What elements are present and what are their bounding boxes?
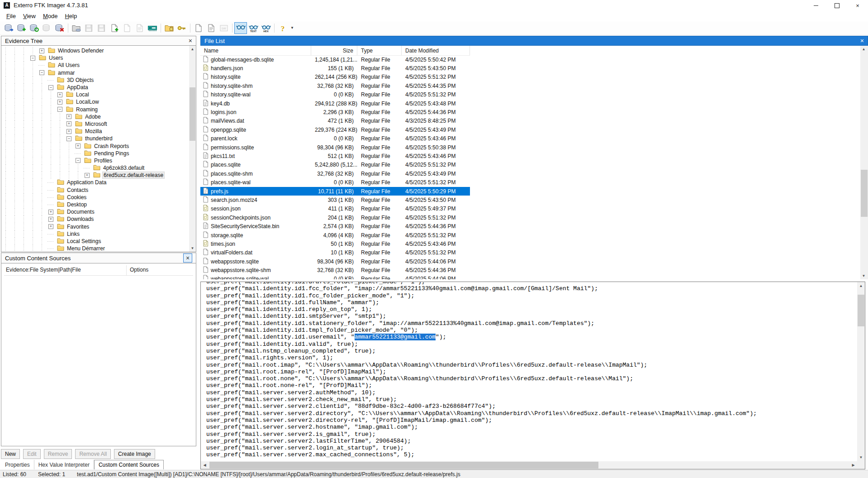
tree-item[interactable]: Desktop bbox=[1, 201, 189, 208]
tree-expander-plus-icon[interactable]: + bbox=[57, 100, 62, 105]
detect-efs-encryption-icon[interactable] bbox=[175, 22, 188, 34]
tree-item[interactable]: +Mozilla bbox=[1, 128, 189, 135]
remove-evidence-item-icon[interactable] bbox=[53, 22, 66, 34]
scrollbar-thumb[interactable] bbox=[190, 87, 195, 141]
column-header-name[interactable]: Name bbox=[200, 46, 311, 55]
file-list-row[interactable]: webappsstore.sqlite-shm32,768 (32 KB)Reg… bbox=[200, 266, 470, 274]
tree-expander-plus-icon[interactable]: + bbox=[76, 143, 81, 148]
ccs-close-button[interactable]: × bbox=[183, 253, 192, 263]
tree-item[interactable]: +Windows Defender bbox=[1, 47, 189, 54]
tree-item[interactable]: 3D Objects bbox=[1, 76, 189, 84]
add-to-custom-content-image-icon[interactable] bbox=[108, 22, 121, 34]
scroll-up-icon[interactable]: ▲ bbox=[857, 282, 865, 290]
unmount-image-icon[interactable] bbox=[41, 22, 53, 34]
image-mounting-icon[interactable] bbox=[28, 22, 41, 34]
tree-expander-minus-icon[interactable]: − bbox=[66, 136, 71, 141]
help-icon[interactable]: ? bbox=[276, 22, 289, 34]
menu-item-view[interactable]: View bbox=[19, 12, 39, 20]
tree-item[interactable]: +Local bbox=[1, 91, 189, 98]
close-button[interactable]: × bbox=[847, 0, 868, 11]
file-list-row[interactable]: global-messages-db.sqlite1,245,184 (1,21… bbox=[200, 55, 470, 64]
tree-item[interactable]: +Documents bbox=[1, 208, 189, 215]
menu-item-file[interactable]: File bbox=[3, 12, 19, 20]
file-list-row[interactable]: logins.json2,296 (3 KB)Regular File4/5/2… bbox=[200, 108, 470, 116]
view-text-mode-icon[interactable]: TEXT bbox=[247, 22, 260, 34]
file-list-row[interactable]: virtualFolders.dat10 (1 KB)Regular File4… bbox=[200, 249, 470, 257]
file-list-row[interactable]: times.json50 (1 KB)Regular File4/5/2025 … bbox=[200, 239, 470, 248]
tree-expander-plus-icon[interactable]: + bbox=[48, 210, 53, 215]
export-disk-image-icon[interactable] bbox=[83, 22, 95, 34]
view-auto-mode-icon[interactable] bbox=[234, 22, 247, 34]
tree-item[interactable]: Local Settings bbox=[1, 238, 189, 245]
file-list-row[interactable]: history.sqlite262,144 (256 KB)Regular Fi… bbox=[200, 73, 470, 81]
tree-expander-plus-icon[interactable]: + bbox=[66, 121, 71, 126]
tree-expander-plus-icon[interactable]: + bbox=[85, 173, 90, 178]
create-custom-content-image-icon[interactable] bbox=[121, 22, 133, 34]
file-list-row[interactable]: places.sqlite5,242,880 (5,12...Regular F… bbox=[200, 161, 470, 169]
file-content-viewer[interactable]: user_pref("mail.identity.id1.drafts_fold… bbox=[200, 282, 865, 469]
ccs-column-options[interactable]: Options bbox=[130, 267, 148, 273]
file-list-row[interactable]: storage.sqlite4,096 (4 KB)Regular File4/… bbox=[200, 231, 470, 239]
obtain-protected-files-icon[interactable] bbox=[163, 22, 175, 34]
tree-expander-plus-icon[interactable]: + bbox=[48, 224, 53, 229]
tree-item[interactable]: +Downloads bbox=[1, 215, 189, 223]
tree-item[interactable]: +Favorites bbox=[1, 223, 189, 230]
scrollbar-thumb[interactable] bbox=[209, 462, 598, 468]
scroll-up-icon[interactable]: ▲ bbox=[860, 46, 867, 53]
tree-item[interactable]: +Crash Reports bbox=[1, 142, 189, 149]
file-list-row[interactable]: pkcs11.txt512 (1 KB)Regular File4/5/2025… bbox=[200, 152, 470, 160]
viewer-content[interactable]: user_pref("mail.identity.id1.drafts_fold… bbox=[201, 282, 857, 461]
ccs-column-evidence[interactable]: Evidence:File System|Path|File bbox=[6, 267, 81, 273]
remove-button[interactable]: Remove bbox=[44, 449, 72, 459]
maximize-button[interactable] bbox=[826, 0, 847, 11]
tree-expander-minus-icon[interactable]: − bbox=[57, 107, 62, 112]
tree-item[interactable]: −thunderbird bbox=[1, 135, 189, 142]
file-list-row[interactable]: history.sqlite-wal0 (0 KB)Regular File4/… bbox=[200, 91, 470, 99]
new-button[interactable]: New bbox=[1, 449, 20, 459]
remove-all-button[interactable]: Remove All bbox=[75, 449, 111, 459]
tree-item[interactable]: 4p6zok83.default bbox=[1, 164, 189, 172]
view-hex-mode-icon[interactable]: HEX bbox=[260, 22, 272, 34]
tree-expander-plus-icon[interactable]: + bbox=[57, 92, 62, 97]
minimize-button[interactable] bbox=[806, 0, 826, 11]
scroll-right-icon[interactable]: ▶ bbox=[849, 461, 857, 469]
file-list-row[interactable]: places.sqlite-wal0 (0 KB)Regular File4/5… bbox=[200, 178, 470, 186]
viewer-vertical-scrollbar[interactable]: ▲ ▼ bbox=[857, 282, 865, 461]
file-list-row[interactable]: key4.db294,912 (288 KB)Regular File4/5/2… bbox=[200, 99, 470, 108]
tree-expander-plus-icon[interactable]: + bbox=[39, 48, 44, 53]
tree-expander-plus-icon[interactable]: + bbox=[66, 129, 71, 134]
file-list-row[interactable]: mailViews.dat472 (1 KB)Regular File4/3/2… bbox=[200, 117, 470, 125]
export-logical-image-icon[interactable] bbox=[95, 22, 108, 34]
scrollbar-thumb[interactable] bbox=[858, 295, 864, 326]
tree-expander-minus-icon[interactable]: − bbox=[48, 85, 53, 90]
evidence-tree-close-icon[interactable]: × bbox=[189, 38, 192, 44]
scrollbar-thumb[interactable] bbox=[861, 170, 868, 217]
scroll-left-icon[interactable]: ◀ bbox=[201, 461, 209, 469]
tree-item[interactable]: All Users bbox=[1, 62, 189, 69]
tree-expander-minus-icon[interactable]: − bbox=[39, 70, 44, 75]
menu-item-help[interactable]: Help bbox=[61, 12, 81, 20]
tree-item[interactable]: −Roaming bbox=[1, 106, 189, 113]
tree-item[interactable]: Menu Démarrer bbox=[1, 245, 189, 252]
scroll-down-icon[interactable]: ▼ bbox=[860, 272, 867, 279]
tree-expander-plus-icon[interactable]: + bbox=[66, 114, 71, 119]
tree-item[interactable]: +Adobe bbox=[1, 113, 189, 120]
evidence-tree-scrollbar[interactable]: ▲ ▼ bbox=[189, 46, 196, 252]
file-list-row[interactable]: prefs.js10,711 (11 KB)Regular File4/5/20… bbox=[200, 187, 470, 196]
decrypt-ad1-image-icon[interactable] bbox=[133, 22, 146, 34]
create-disk-image-icon[interactable] bbox=[70, 22, 83, 34]
file-list-row[interactable]: openpgp.sqlite229,376 (224 KB)Regular Fi… bbox=[200, 125, 470, 134]
file-list-row[interactable]: parent.lock0 (0 KB)Regular File4/5/2025 … bbox=[200, 134, 470, 143]
tree-item[interactable]: −ammar bbox=[1, 69, 189, 76]
column-header-date-modified[interactable]: Date Modified bbox=[402, 46, 470, 55]
capture-memory-icon[interactable] bbox=[146, 22, 159, 34]
create-image-button[interactable]: Create Image bbox=[114, 449, 155, 459]
tree-expander-minus-icon[interactable]: − bbox=[76, 158, 81, 163]
tree-item[interactable]: Pending Pings bbox=[1, 150, 189, 157]
tab-properties[interactable]: Properties bbox=[1, 460, 34, 469]
new-window-icon[interactable] bbox=[192, 22, 205, 34]
tree-expander-plus-icon[interactable]: + bbox=[48, 217, 53, 222]
viewer-horizontal-scrollbar[interactable]: ◀ ▶ bbox=[201, 461, 857, 469]
toolbar-options-dropdown-icon[interactable]: ▼ bbox=[289, 26, 295, 30]
tab-hex-value-interpreter[interactable]: Hex Value Interpreter bbox=[34, 460, 94, 469]
